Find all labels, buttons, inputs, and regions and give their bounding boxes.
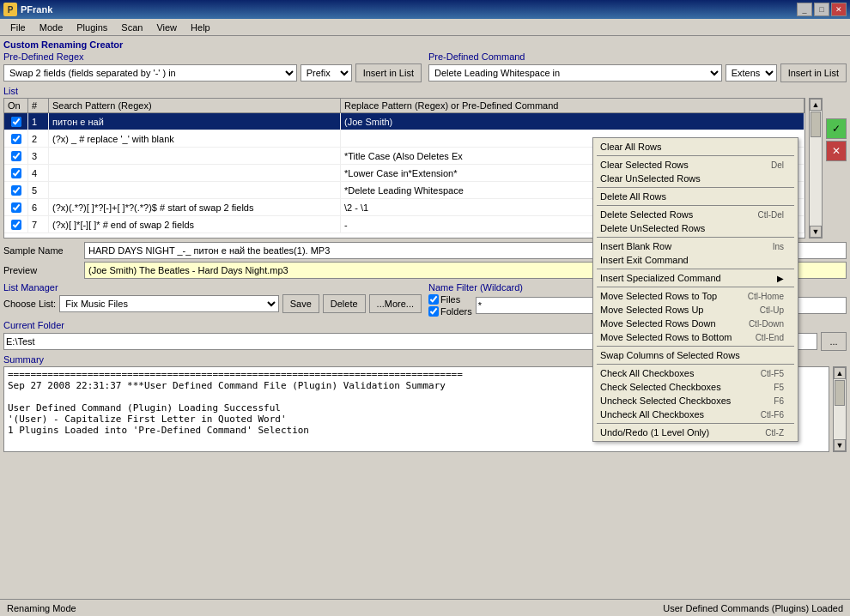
context-menu-item[interactable]: Undo/Redo (1 Level Only)Ctl-Z bbox=[593, 426, 798, 439]
custom-renaming-creator-label: Custom Renaming Creator bbox=[3, 39, 847, 50]
context-menu-item[interactable]: Clear UnSelected Rows bbox=[593, 172, 798, 185]
context-menu-item[interactable]: Insert Exit Command bbox=[593, 253, 798, 267]
row7-num: 7 bbox=[28, 216, 49, 233]
col-replace: Replace Pattern (Regex) or Pre-Defined C… bbox=[341, 99, 804, 112]
context-menu-item-label: Insert Specialized Command bbox=[600, 273, 721, 283]
context-menu-item-shortcut: Ctl-Home bbox=[748, 292, 784, 301]
context-menu-separator bbox=[597, 187, 794, 188]
app-icon: P bbox=[3, 3, 17, 16]
context-menu-item-label: Check Selected Checkboxes bbox=[600, 382, 721, 392]
context-menu-item[interactable]: Move Selected Rows DownCtl-Down bbox=[593, 317, 798, 330]
row4-search bbox=[49, 165, 341, 181]
context-menu-item[interactable]: Insert Blank RowIns bbox=[593, 239, 798, 253]
row1-replace: (Joe Smith) bbox=[341, 113, 804, 130]
context-menu-item[interactable]: Delete Selected RowsCtl-Del bbox=[593, 208, 798, 221]
row7-checkbox[interactable] bbox=[11, 220, 21, 230]
list-save-btn[interactable]: Save bbox=[282, 294, 319, 313]
row1-checkbox[interactable] bbox=[11, 117, 21, 127]
context-menu-item[interactable]: Move Selected Rows to TopCtl-Home bbox=[593, 289, 798, 303]
predefined-regex-dropdown2[interactable]: Prefix bbox=[301, 64, 352, 82]
context-menu-item-label: Delete All Rows bbox=[600, 191, 666, 202]
context-menu-item-shortcut: Ctl-Up bbox=[760, 305, 784, 315]
summary-scrollbar[interactable]: ▲ ▼ bbox=[833, 366, 847, 452]
context-menu-item[interactable]: Clear All Rows bbox=[593, 140, 798, 154]
context-menu-item[interactable]: Check All CheckboxesCtl-F5 bbox=[593, 366, 798, 380]
folders-checkbox-label[interactable]: Folders bbox=[428, 306, 472, 317]
row3-num: 3 bbox=[28, 148, 49, 164]
menu-mode[interactable]: Mode bbox=[33, 21, 70, 34]
list-delete-btn[interactable]: Delete bbox=[323, 294, 366, 313]
list-more-btn[interactable]: ...More... bbox=[369, 294, 422, 313]
row2-checkbox[interactable] bbox=[11, 134, 21, 144]
context-menu-item[interactable]: Move Selected Rows UpCtl-Up bbox=[593, 303, 798, 317]
context-menu-item-label: Uncheck All Checkboxes bbox=[600, 409, 704, 420]
row6-search: (?x)(.*?)[ ]*?[-]+[ ]*?(.*?)$ # start of… bbox=[49, 199, 341, 215]
close-button[interactable]: ✕ bbox=[831, 3, 847, 16]
row6-checkbox[interactable] bbox=[11, 202, 21, 213]
predefined-regex-insert-btn[interactable]: Insert in List bbox=[355, 63, 422, 82]
scroll-down-btn[interactable]: ▼ bbox=[810, 226, 822, 238]
context-menu-item[interactable]: Uncheck All CheckboxesCtl-F6 bbox=[593, 408, 798, 421]
menu-view[interactable]: View bbox=[149, 21, 184, 34]
context-menu-item[interactable]: Check Selected CheckboxesF5 bbox=[593, 380, 798, 394]
menu-plugins[interactable]: Plugins bbox=[70, 21, 114, 34]
context-menu-item[interactable]: Uncheck Selected CheckboxesF6 bbox=[593, 394, 798, 408]
summary-scroll-down[interactable]: ▼ bbox=[834, 439, 846, 451]
row2-search: (?x) _ # replace '_' with blank bbox=[49, 130, 341, 147]
context-menu-item[interactable]: Clear Selected RowsDel bbox=[593, 158, 798, 172]
row3-checkbox[interactable] bbox=[11, 151, 21, 161]
context-menu-item-shortcut: Ctl-F5 bbox=[761, 369, 784, 378]
files-checkbox[interactable] bbox=[428, 294, 439, 305]
context-menu-separator bbox=[597, 155, 794, 156]
predefined-command-insert-btn[interactable]: Insert in List bbox=[780, 63, 847, 82]
context-menu-item-label: Move Selected Rows to Top bbox=[600, 291, 717, 301]
col-on: On bbox=[4, 99, 28, 112]
current-folder-browse-btn[interactable]: ... bbox=[821, 332, 847, 351]
context-menu-item-label: Insert Exit Command bbox=[600, 255, 689, 265]
minimize-button[interactable]: _ bbox=[797, 3, 812, 16]
menu-file[interactable]: File bbox=[3, 21, 33, 34]
context-menu-item-shortcut: Ctl-Del bbox=[757, 210, 784, 220]
folders-checkbox[interactable] bbox=[428, 306, 439, 317]
status-bar: Renaming Mode User Defined Commands (Plu… bbox=[0, 599, 850, 616]
context-menu: Clear All RowsClear Selected RowsDelClea… bbox=[592, 137, 798, 442]
list-scrollbar[interactable]: ▲ ▼ bbox=[809, 98, 823, 239]
row4-checkbox[interactable] bbox=[11, 168, 21, 178]
maximize-button[interactable]: □ bbox=[814, 3, 829, 16]
status-right: User Defined Commands (Plugins) Loaded bbox=[663, 603, 843, 613]
list-row[interactable]: 1 питон е най (Joe Smith) bbox=[4, 113, 804, 130]
preview-label: Preview bbox=[3, 265, 81, 275]
choose-list-label: Choose List: bbox=[3, 299, 56, 309]
title-bar: P PFrank _ □ ✕ bbox=[0, 0, 850, 19]
context-menu-item-shortcut: Ctl-End bbox=[756, 333, 784, 342]
context-menu-item[interactable]: Swap Columns of Selected Rows bbox=[593, 348, 798, 362]
context-menu-item-label: Clear UnSelected Rows bbox=[600, 173, 701, 184]
menu-scan[interactable]: Scan bbox=[114, 21, 149, 34]
choose-list-dropdown[interactable]: Fix Music Files bbox=[59, 295, 279, 312]
remove-row-btn[interactable]: ✕ bbox=[826, 141, 847, 161]
predefined-command-dropdown1[interactable]: Delete Leading Whitespace in bbox=[428, 64, 722, 82]
context-menu-item[interactable]: Delete UnSelected Rows bbox=[593, 221, 798, 235]
col-search: Search Pattern (Regex) bbox=[49, 99, 341, 112]
row7-search: (?x)[ ]*[-][ ]* # end of swap 2 fields bbox=[49, 216, 341, 233]
context-menu-item-label: Swap Columns of Selected Rows bbox=[600, 350, 740, 360]
predefined-regex-dropdown1[interactable]: Swap 2 fields (fields separated by '-' )… bbox=[3, 64, 297, 82]
context-menu-item[interactable]: Move Selected Rows to BottomCtl-End bbox=[593, 330, 798, 344]
context-menu-item[interactable]: Delete All Rows bbox=[593, 190, 798, 203]
row5-checkbox[interactable] bbox=[11, 185, 21, 196]
row2-num: 2 bbox=[28, 130, 49, 147]
files-checkbox-label[interactable]: Files bbox=[428, 294, 472, 305]
context-menu-item-label: Check All Checkboxes bbox=[600, 368, 694, 378]
context-menu-item-shortcut: Ins bbox=[773, 242, 784, 251]
menu-help[interactable]: Help bbox=[184, 21, 217, 34]
context-menu-item-label: Move Selected Rows Up bbox=[600, 305, 703, 315]
app-title: PFrank bbox=[21, 4, 52, 15]
predefined-command-label: Pre-Defined Command bbox=[428, 51, 847, 62]
scroll-up-btn[interactable]: ▲ bbox=[810, 99, 822, 111]
summary-scroll-up[interactable]: ▲ bbox=[834, 367, 846, 379]
predefined-command-dropdown2[interactable]: Extension bbox=[726, 64, 777, 82]
add-row-btn[interactable]: ✓ bbox=[826, 118, 847, 139]
context-menu-item-label: Insert Blank Row bbox=[600, 241, 671, 251]
context-menu-item[interactable]: Insert Specialized Command▶ bbox=[593, 271, 798, 285]
context-menu-item-shortcut: F5 bbox=[774, 383, 784, 392]
